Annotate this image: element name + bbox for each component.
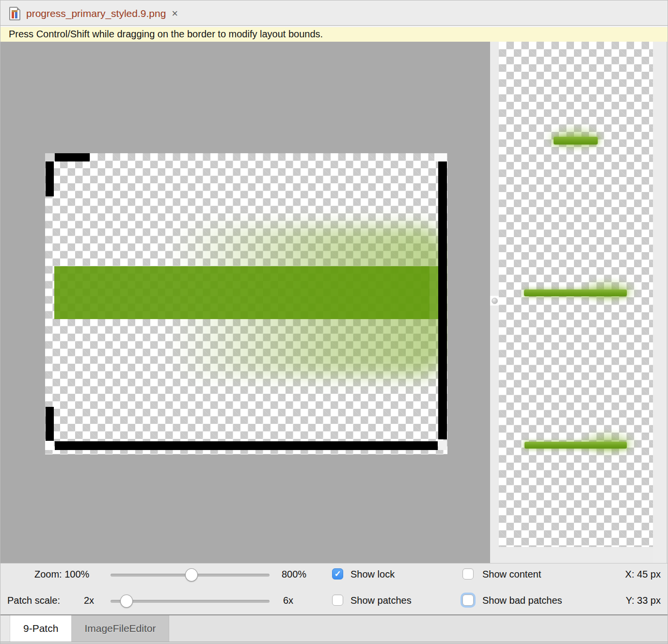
padding-marker-bottom[interactable] bbox=[55, 441, 438, 450]
progress-bar-graphic bbox=[54, 266, 438, 319]
zoom-slider[interactable] bbox=[111, 574, 270, 577]
show-lock-label[interactable]: Show lock bbox=[350, 569, 395, 580]
padding-marker-right[interactable] bbox=[438, 161, 447, 439]
nine-patch-image[interactable] bbox=[45, 153, 447, 454]
right-gutter bbox=[653, 42, 668, 563]
panel-splitter[interactable] bbox=[490, 42, 499, 563]
zoom-max-label: 800% bbox=[282, 569, 306, 580]
cursor-y-label: Y: 33 px bbox=[588, 595, 661, 606]
preview-bar-bottom bbox=[525, 442, 627, 449]
check-icon: ✓ bbox=[334, 570, 341, 578]
cursor-x-label: X: 45 px bbox=[588, 569, 661, 580]
splitter-handle[interactable] bbox=[490, 296, 499, 306]
show-content-checkbox[interactable] bbox=[462, 568, 474, 580]
preview-bar-small bbox=[554, 137, 598, 145]
zoom-slider-thumb[interactable] bbox=[185, 568, 198, 581]
patch-scale-label: Patch scale: bbox=[7, 595, 60, 606]
right-gutter-line bbox=[667, 42, 667, 563]
progress-bar-endcap bbox=[429, 266, 438, 319]
zoom-value-label: Zoom: 100% bbox=[34, 569, 89, 580]
tab-9-patch[interactable]: 9-Patch bbox=[10, 615, 71, 642]
show-bad-patches-label[interactable]: Show bad patches bbox=[482, 595, 562, 606]
corner-pixel-top-left bbox=[45, 153, 54, 161]
tab-image-file-editor[interactable]: ImageFileEditor bbox=[71, 615, 169, 642]
patch-scale-slider[interactable] bbox=[111, 600, 270, 603]
corner-pixel-top-right bbox=[434, 153, 447, 161]
corner-pixel-bottom-left bbox=[45, 441, 54, 450]
hint-bar: Press Control/Shift while dragging on th… bbox=[0, 27, 668, 42]
image-file-icon bbox=[9, 7, 20, 20]
file-tab-title: progress_primary_styled.9.png bbox=[26, 8, 166, 19]
stretch-marker-left-upper[interactable] bbox=[46, 161, 54, 196]
splitter-handle-icon bbox=[492, 298, 498, 304]
editor-canvas[interactable] bbox=[0, 42, 490, 563]
control-panel: Zoom: 100% 800% ✓ Show lock Show content… bbox=[0, 563, 668, 614]
preview-bar-medium bbox=[524, 290, 627, 296]
show-lock-checkbox[interactable]: ✓ bbox=[332, 568, 343, 580]
corner-pixel-bottom-right bbox=[438, 440, 447, 450]
hint-text: Press Control/Shift while dragging on th… bbox=[9, 29, 323, 39]
view-tab-strip: 9-Patch ImageFileEditor bbox=[0, 614, 668, 642]
show-patches-checkbox[interactable] bbox=[332, 595, 343, 606]
file-tab[interactable]: progress_primary_styled.9.png × bbox=[9, 3, 178, 24]
tab-strip-gutter bbox=[0, 615, 10, 642]
patch-preview-panel bbox=[499, 42, 653, 547]
close-tab-icon[interactable]: × bbox=[172, 9, 178, 18]
show-patches-label[interactable]: Show patches bbox=[350, 595, 412, 606]
patch-scale-slider-thumb[interactable] bbox=[120, 595, 133, 608]
nine-patch-editor-window: progress_primary_styled.9.png × Press Co… bbox=[0, 0, 668, 644]
patch-scale-min-label: 2x bbox=[84, 595, 94, 606]
stretch-marker-top[interactable] bbox=[55, 153, 90, 161]
show-bad-patches-checkbox[interactable] bbox=[462, 595, 474, 606]
window-bottom-edge bbox=[0, 642, 668, 644]
stretch-marker-left-lower[interactable] bbox=[46, 407, 54, 441]
editor-tab-bar: progress_primary_styled.9.png × bbox=[0, 0, 668, 26]
show-content-label[interactable]: Show content bbox=[482, 569, 541, 580]
patch-scale-max-label: 6x bbox=[283, 595, 293, 606]
preview-panel-footer bbox=[499, 547, 653, 563]
